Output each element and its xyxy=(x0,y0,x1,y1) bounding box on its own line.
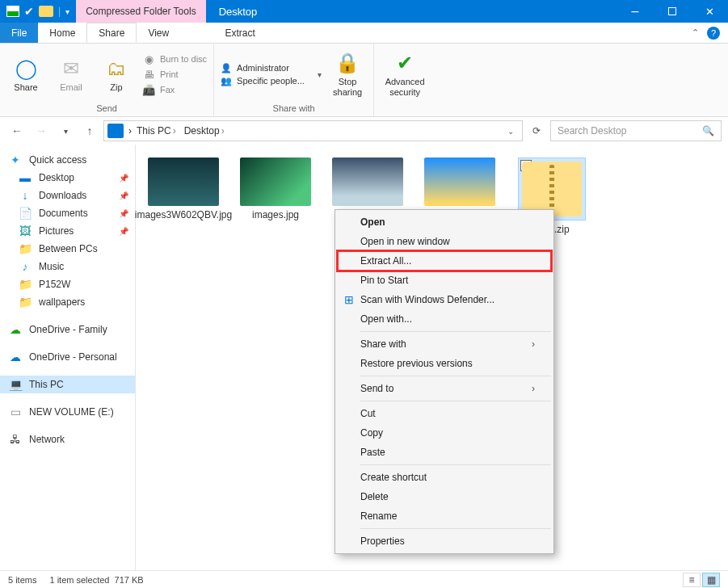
tab-view[interactable]: View xyxy=(137,23,180,43)
menu-item-send-to[interactable]: Send to› xyxy=(338,379,551,398)
sidebar-item-p152w[interactable]: 📁P152W xyxy=(0,275,135,293)
menu-item-restore-versions[interactable]: Restore previous versions xyxy=(338,354,551,373)
menu-item-share-with[interactable]: Share with› xyxy=(338,334,551,354)
view-details-button[interactable]: ≡ xyxy=(683,573,701,587)
this-pc-icon xyxy=(107,124,124,138)
lock-icon: 🔒 xyxy=(336,52,359,74)
sidebar-item-downloads[interactable]: ↓Downloads📌 xyxy=(0,187,135,204)
menu-item-open-new-window[interactable]: Open in new window xyxy=(338,232,551,251)
qat-customize-icon[interactable]: ▾ xyxy=(65,7,69,16)
ribbon-group-send: ◯ Share ✉ Email 🗂 Zip ◉Burn to disc 🖶Pri… xyxy=(0,44,214,116)
status-size: 717 KB xyxy=(115,575,144,585)
nav-bar: ← → ▾ ↑ › This PC › Desktop › ⌄ ⟳ Search… xyxy=(0,117,728,145)
email-icon: ✉ xyxy=(60,57,82,80)
ribbon-group-share-with: 👤Administrator 👥Specific people... ▾ 🔒 S… xyxy=(214,44,374,116)
email-button[interactable]: ✉ Email xyxy=(52,48,90,101)
folder-icon: 📁 xyxy=(18,278,32,291)
qat-folder-icon[interactable] xyxy=(39,6,53,17)
folder-icon: 📁 xyxy=(18,296,32,309)
sidebar-network[interactable]: 🖧Network xyxy=(0,430,135,448)
minimize-button[interactable] xyxy=(616,0,654,23)
pin-icon: 📌 xyxy=(119,209,128,218)
fax-label: Fax xyxy=(160,85,175,94)
menu-item-create-shortcut[interactable]: Create shortcut xyxy=(338,468,551,487)
print-button[interactable]: 🖶Print xyxy=(142,68,207,81)
pin-icon: 📌 xyxy=(119,191,128,200)
sidebar-item-wallpapers[interactable]: 📁wallpapers xyxy=(0,293,135,311)
sidebar-item-music[interactable]: ♪Music xyxy=(0,258,135,275)
print-icon: 🖶 xyxy=(142,68,155,81)
group-label-sharewith: Share with xyxy=(214,102,373,116)
view-icons-button[interactable]: ▦ xyxy=(702,573,720,587)
refresh-button[interactable]: ⟳ xyxy=(526,120,547,141)
help-icon[interactable]: ? xyxy=(707,27,720,40)
share-with-more-icon[interactable]: ▾ xyxy=(318,70,322,79)
breadcrumb-this-pc[interactable]: This PC xyxy=(137,125,171,136)
recent-locations-button[interactable]: ▾ xyxy=(55,120,76,141)
file-list[interactable]: images3W602QBV.jpg images.jpg ✔ xv6k.zip xyxy=(136,145,728,570)
address-dropdown-icon[interactable]: ⌄ xyxy=(503,127,519,136)
image-thumbnail xyxy=(240,158,311,206)
sidebar-item-desktop[interactable]: ▬Desktop📌 xyxy=(0,169,135,187)
window-controls xyxy=(616,0,728,23)
zip-button[interactable]: 🗂 Zip xyxy=(97,48,136,101)
share-administrator-button[interactable]: 👤Administrator xyxy=(221,63,311,74)
sidebar-onedrive-personal[interactable]: ☁OneDrive - Personal xyxy=(0,348,135,366)
group-label-send: Send xyxy=(0,102,213,116)
menu-item-open[interactable]: Open xyxy=(338,212,551,232)
explorer-icon[interactable] xyxy=(6,6,19,17)
search-placeholder: Search Desktop xyxy=(558,125,626,136)
sidebar-item-documents[interactable]: 📄Documents📌 xyxy=(0,204,135,222)
sidebar-quick-access[interactable]: ✦Quick access xyxy=(0,151,135,169)
menu-item-delete[interactable]: Delete xyxy=(338,487,551,506)
status-selected: 1 item selected xyxy=(49,575,109,585)
menu-item-rename[interactable]: Rename xyxy=(338,506,551,526)
fax-button[interactable]: 📠Fax xyxy=(142,83,207,96)
close-button[interactable] xyxy=(691,0,728,23)
menu-item-paste[interactable]: Paste xyxy=(338,443,551,462)
file-item[interactable]: images3W602QBV.jpg xyxy=(145,158,221,235)
menu-item-scan-defender[interactable]: ⊞Scan with Windows Defender... xyxy=(338,290,551,309)
menu-item-properties[interactable]: Properties xyxy=(338,531,551,551)
up-button[interactable]: ↑ xyxy=(79,120,100,141)
menu-item-pin-to-start[interactable]: Pin to Start xyxy=(338,271,551,290)
stop-sharing-button[interactable]: 🔒 Stop sharing xyxy=(328,48,367,101)
tab-share[interactable]: Share xyxy=(86,23,137,43)
email-button-label: Email xyxy=(60,82,82,92)
image-thumbnail xyxy=(148,158,219,206)
sidebar-onedrive-family[interactable]: ☁OneDrive - Family xyxy=(0,321,135,338)
share-icon: ◯ xyxy=(15,57,37,80)
advanced-security-button[interactable]: ✔ Advanced security xyxy=(381,48,429,101)
sidebar-volume-e[interactable]: ▭NEW VOLUME (E:) xyxy=(0,403,135,421)
image-thumbnail xyxy=(332,158,403,206)
menu-item-cut[interactable]: Cut xyxy=(338,404,551,423)
address-bar[interactable]: › This PC › Desktop › ⌄ xyxy=(103,120,523,141)
minimize-ribbon-icon[interactable]: ⌃ xyxy=(692,27,699,38)
sidebar-item-between-pcs[interactable]: 📁Between PCs xyxy=(0,240,135,258)
share-specific-label: Specific people... xyxy=(237,76,305,86)
menu-item-extract-all[interactable]: Extract All... xyxy=(338,251,551,271)
tab-home[interactable]: Home xyxy=(38,23,86,43)
share-button[interactable]: ◯ Share xyxy=(6,48,45,101)
sidebar-this-pc[interactable]: 💻This PC xyxy=(0,376,135,393)
drive-icon: ▭ xyxy=(8,405,23,418)
cloud-icon: ☁ xyxy=(8,351,23,363)
breadcrumb-desktop[interactable]: Desktop xyxy=(184,125,220,136)
tab-file[interactable]: File xyxy=(0,23,38,43)
search-input[interactable]: Search Desktop 🔍 xyxy=(550,120,722,141)
status-item-count: 5 items xyxy=(8,575,36,585)
share-specific-people-button[interactable]: 👥Specific people... xyxy=(221,76,311,86)
tab-extract[interactable]: Extract xyxy=(180,23,300,43)
menu-item-open-with[interactable]: Open with... xyxy=(338,309,551,329)
back-button[interactable]: ← xyxy=(6,120,27,141)
pin-icon: 📌 xyxy=(119,227,128,236)
burn-to-disc-button[interactable]: ◉Burn to disc xyxy=(142,52,207,65)
crumb-sep-icon: › xyxy=(128,125,132,136)
forward-button[interactable]: → xyxy=(31,120,52,141)
sidebar-item-pictures[interactable]: 🖼Pictures📌 xyxy=(0,222,135,240)
file-item[interactable]: images.jpg xyxy=(238,158,314,235)
menu-item-copy[interactable]: Copy xyxy=(338,423,551,443)
maximize-button[interactable] xyxy=(654,0,691,23)
qat-check-icon[interactable]: ✔ xyxy=(24,5,34,18)
contextual-tab-label: Compressed Folder Tools xyxy=(76,0,206,23)
